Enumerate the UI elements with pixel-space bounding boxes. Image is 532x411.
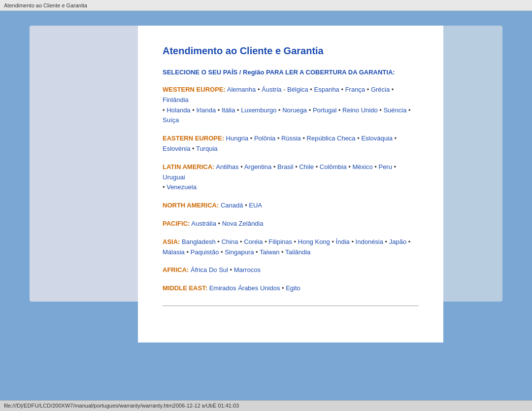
region-asia: ASIA: Bangladesh • China • Coréia • Fili… (163, 237, 419, 258)
link-hong-kong[interactable]: Hong Kong (298, 238, 330, 245)
link-suica[interactable]: Suíça (163, 116, 179, 124)
status-bar-text: file:///D|/EDFU/LCD/200XW7/manual/portug… (4, 403, 239, 409)
link-republica-checa[interactable]: República Checa (307, 135, 356, 142)
link-chile[interactable]: Chile (299, 163, 314, 171)
link-eslovenia[interactable]: Eslovénia (163, 145, 190, 152)
title-bar-text: Atendimento ao Cliente e Garantia (4, 2, 87, 8)
link-hungria[interactable]: Hungria (226, 135, 249, 142)
link-brasil[interactable]: Brasil (277, 163, 294, 171)
link-egito[interactable]: Egito (286, 284, 300, 292)
link-luxemburgo[interactable]: Luxemburgo (241, 106, 276, 114)
region-label-eastern-europe: EASTERN EUROPE: (163, 135, 224, 142)
link-africa-do-sul[interactable]: África Do Sul (191, 266, 228, 274)
link-filipinas[interactable]: Filipinas (268, 238, 292, 245)
divider (163, 306, 419, 306)
region-africa: AFRICA: África Do Sul • Marrocos (163, 265, 419, 275)
link-antilhas[interactable]: Antilhas (216, 163, 238, 171)
link-eua[interactable]: EUA (249, 202, 262, 209)
link-italia[interactable]: Itália (222, 106, 235, 114)
region-label-latin-america: LATIN AMERICA: (163, 163, 214, 171)
link-grecia[interactable]: Grécia (371, 86, 390, 93)
link-indonesia[interactable]: Indonésia (356, 238, 383, 245)
link-turquia[interactable]: Turquia (196, 145, 218, 152)
link-singapura[interactable]: Singapura (225, 248, 254, 256)
region-eastern-europe: EASTERN EUROPE: Hungria • Polônia • Rúss… (163, 134, 419, 154)
link-portugal[interactable]: Portugal (313, 106, 336, 114)
link-suencia[interactable]: Suéncia (383, 106, 406, 114)
link-argentina[interactable]: Argentina (244, 163, 272, 171)
link-nova-zelandia[interactable]: Nova Zelândia (222, 220, 264, 227)
region-western-europe: WESTERN EUROPE: Alemanha • Áustria - Bél… (163, 85, 419, 126)
region-label-north-america: NORTH AMERICA: (163, 202, 219, 209)
link-paquistao[interactable]: Paquistão (191, 248, 219, 256)
link-venezuela[interactable]: Venezuela (166, 183, 197, 191)
browser-area: Atendimento ao Cliente e Garantia SELECI… (0, 11, 532, 400)
link-holanda[interactable]: Holanda (166, 106, 190, 114)
link-marrocos[interactable]: Marrocos (234, 266, 261, 274)
link-reino-unido[interactable]: Reino Unido (342, 106, 378, 114)
link-franca[interactable]: França (345, 86, 365, 93)
main-content: Atendimento ao Cliente e Garantia SELECI… (138, 26, 443, 342)
region-countries-north-america: Canadá • EUA (221, 202, 262, 209)
link-taiwan[interactable]: Taiwan (260, 248, 279, 256)
region-label-asia: ASIA: (163, 238, 180, 245)
link-china[interactable]: China (221, 238, 238, 245)
region-label-pacific: PACIFIC: (163, 220, 190, 227)
right-panel (443, 26, 502, 302)
region-pacific: PACIFIC: Austrália • Nova Zelândia (163, 219, 419, 229)
link-mexico[interactable]: México (353, 163, 373, 171)
link-noruega[interactable]: Noruega (282, 106, 307, 114)
link-uruguai[interactable]: Uruguai (163, 173, 185, 181)
link-tailandia[interactable]: Tailândia (285, 248, 310, 256)
title-bar: Atendimento ao Cliente e Garantia (0, 0, 532, 11)
link-peru[interactable]: Peru (378, 163, 392, 171)
region-label-middle-east: MIDDLE EAST: (163, 284, 207, 292)
link-bangladesh[interactable]: Bangladesh (182, 238, 216, 245)
link-finlandia[interactable]: Finlândia (163, 96, 189, 103)
region-north-america: NORTH AMERICA: Canadá • EUA (163, 201, 419, 211)
page-title: Atendimento ao Cliente e Garantia (163, 45, 419, 57)
link-eslovaquia[interactable]: Eslováquia (361, 135, 393, 142)
left-panel (30, 26, 138, 302)
link-malasia[interactable]: Málasia (163, 248, 185, 256)
link-colombia[interactable]: Colômbia (320, 163, 347, 171)
link-canada[interactable]: Canadá (221, 202, 243, 209)
link-austria[interactable]: Áustria (262, 86, 281, 93)
region-countries-pacific: Austrália • Nova Zelândia (191, 220, 263, 227)
link-espanha[interactable]: Espanha (314, 86, 339, 93)
link-russia[interactable]: Rússia (281, 135, 301, 142)
link-japao[interactable]: Japão (389, 238, 406, 245)
link-coreia[interactable]: Coréia (244, 238, 263, 245)
link-polonia[interactable]: Polônia (254, 135, 275, 142)
link-belgica[interactable]: Bélgica (287, 86, 308, 93)
link-alemanha[interactable]: Alemanha (227, 86, 256, 93)
link-india[interactable]: Índia (336, 238, 350, 245)
link-irlanda[interactable]: Irlanda (196, 106, 216, 114)
status-bar: file:///D|/EDFU/LCD/200XW7/manual/portug… (0, 400, 532, 411)
region-label-western-europe: WESTERN EUROPE: (163, 86, 226, 93)
region-countries-middle-east: Emirados Árabes Unidos • Egito (209, 284, 300, 292)
link-australia[interactable]: Austrália (191, 220, 216, 227)
region-countries-africa: África Do Sul • Marrocos (191, 266, 261, 274)
intro-line: SELECIONE O SEU PAÍS / Região PARA LER A… (163, 68, 419, 76)
region-countries-asia: Bangladesh • China • Coréia • Filipinas … (163, 238, 410, 256)
region-latin-america: LATIN AMERICA: Antilhas • Argentina • Br… (163, 162, 419, 193)
region-middle-east: MIDDLE EAST: Emirados Árabes Unidos • Eg… (163, 283, 419, 294)
link-emirados[interactable]: Emirados Árabes Unidos (209, 284, 280, 292)
region-label-africa: AFRICA: (163, 266, 189, 274)
